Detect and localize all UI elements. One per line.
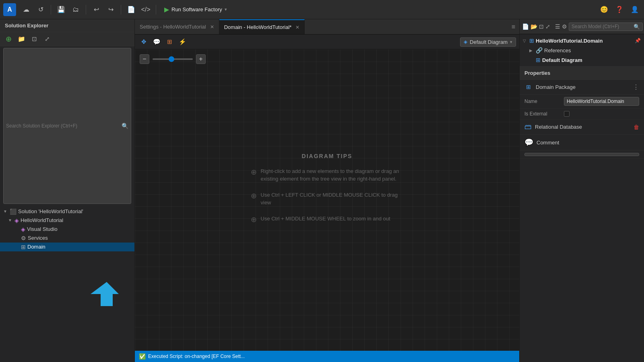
editor-area: Settings - HelloWorldTutorial ✕ Domain -… — [135, 19, 519, 362]
zoom-thumb[interactable] — [169, 56, 174, 62]
right-panel-icon5[interactable]: ☰ — [555, 21, 560, 32]
publish-btn[interactable]: 📄 — [125, 4, 137, 16]
right-panel-icon2[interactable]: 📂 — [530, 21, 537, 32]
domain-root-icon: ⊞ — [529, 37, 534, 44]
code-btn[interactable]: </> — [140, 4, 152, 16]
diagram-icon: ◈ — [464, 39, 467, 45]
is-external-checkbox[interactable] — [564, 111, 570, 117]
domain-package-section: ⊞ Domain Package ⋮ — [520, 80, 644, 95]
relational-database-delete-btn[interactable]: 🗑 — [634, 124, 639, 130]
nav-back-btn[interactable]: ☁ — [20, 4, 32, 16]
expand-all-btn[interactable]: ⊡ — [29, 34, 39, 44]
tree-item-domain[interactable]: ⊞ Domain — [0, 243, 134, 251]
prop-row-extra — [520, 150, 644, 159]
tab-settings[interactable]: Settings - HelloWorldTutorial ✕ — [135, 19, 219, 34]
app-logo[interactable]: A — [3, 3, 16, 16]
save-btn[interactable]: 💾 — [55, 4, 67, 16]
help-btn[interactable]: ❓ — [613, 4, 625, 16]
play-icon: ▶ — [164, 6, 169, 13]
tree-item-visual-studio[interactable]: ◈ Visual Studio — [0, 225, 134, 234]
tree-item-services[interactable]: ⚙ Services — [0, 234, 134, 243]
solution-explorer-search[interactable]: 🔍 — [3, 48, 131, 204]
zoom-out-btn[interactable]: − — [140, 54, 149, 64]
undo-btn[interactable]: ↩ — [90, 4, 102, 16]
name-field-value[interactable]: HelloWorldTutorial.Domain — [564, 97, 639, 106]
tree-item-project[interactable]: ▼ ◈ HelloWorldTutorial — [0, 216, 134, 225]
diagram-selector[interactable]: ◈ Default Diagram ▾ — [460, 37, 516, 47]
domain-label: Domain — [27, 244, 45, 250]
tabs-bar: Settings - HelloWorldTutorial ✕ Domain -… — [135, 19, 519, 35]
model-tree-default-diagram[interactable]: ⊞ Default Diagram — [520, 55, 644, 65]
diagram-tips-title: DIAGRAM TIPS — [251, 152, 404, 159]
tab-domain-label: Domain - HelloWorldTutorial* — [224, 24, 292, 30]
tip-text-3: Use Ctrl + MIDDLE MOUSE WHEEL to zoom in… — [261, 214, 390, 222]
toolbar-separator-2 — [86, 5, 86, 14]
blue-arrow-annotation — [78, 278, 119, 311]
status-bar: ✅ Executed Script: on-changed [EF Core S… — [135, 351, 519, 362]
zoom-slider[interactable] — [153, 58, 193, 60]
tip-text-2: Use Ctrl + LEFT CLICK or MIDDLE MOUSE CL… — [261, 191, 404, 206]
visual-studio-label: Visual Studio — [27, 226, 58, 232]
properties-panel: Properties ⊞ Domain Package ⋮ Name Hello… — [520, 67, 644, 362]
tip-icon-2: ⊕ — [251, 191, 257, 200]
tab-settings-close[interactable]: ✕ — [210, 24, 214, 30]
emoji-btn[interactable]: 😊 — [598, 4, 610, 16]
solution-tree: ▼ ⬛ Solution 'HelloWorldTutorial' ▼ ◈ He… — [0, 206, 134, 362]
zoom-controls: − + — [140, 54, 206, 64]
relational-database-label: Relational Database — [535, 124, 630, 130]
right-panel-icon4[interactable]: ⤢ — [545, 21, 550, 32]
solution-explorer-panel: Solution Explorer ⊕ 📁 ⊡ ⤢ 🔍 ▼ ⬛ Solution… — [0, 19, 135, 362]
is-external-label: Is External — [524, 111, 561, 117]
tab-settings-label: Settings - HelloWorldTutorial — [140, 24, 206, 30]
name-field-label: Name — [524, 99, 561, 104]
redo-btn[interactable]: ↪ — [105, 4, 117, 16]
run-dropdown-arrow[interactable]: ▾ — [225, 7, 227, 12]
zoom-in-btn[interactable]: + — [196, 54, 206, 64]
cursor-tool-btn[interactable]: ✥ — [138, 36, 149, 47]
diagram-selector-label: Default Diagram — [470, 39, 508, 45]
tip-item-2: ⊕ Use Ctrl + LEFT CLICK or MIDDLE MOUSE … — [251, 191, 404, 206]
extra-input[interactable] — [524, 153, 639, 156]
prop-row-name: Name HelloWorldTutorial.Domain — [520, 95, 644, 109]
model-tree-references[interactable]: ▶ 🔗 References — [520, 45, 644, 55]
tree-item-solution[interactable]: ▼ ⬛ Solution 'HelloWorldTutorial' — [0, 207, 134, 216]
bolt-tool-btn[interactable]: ⚡ — [177, 36, 188, 47]
right-panel-toolbar: 📄 📂 ⊡ ⤢ ☰ ⚙ 🔍 — [520, 19, 644, 34]
canvas-grid: − + DIAGRAM TIPS ⊕ Right-click to add a … — [135, 49, 519, 351]
add-item-btn[interactable]: ⊕ — [3, 34, 14, 44]
domain-root-label: HelloWorldTutorial.Domain — [536, 38, 603, 44]
comment-tool-btn[interactable]: 💬 — [151, 36, 162, 47]
model-tree-domain-root[interactable]: ▽ ⊞ HelloWorldTutorial.Domain 📌 — [520, 36, 644, 45]
domain-root-chevron: ▽ — [523, 39, 528, 43]
svg-marker-0 — [91, 282, 119, 306]
save-all-btn[interactable]: 🗂 — [70, 4, 82, 16]
tabs-spacer — [305, 19, 507, 34]
right-panel-icon3[interactable]: ⊡ — [539, 21, 544, 32]
properties-header: Properties — [520, 67, 644, 80]
chevron-icon: ▼ — [8, 218, 13, 222]
account-btn[interactable]: 👤 — [629, 4, 641, 16]
diagram-tips: DIAGRAM TIPS ⊕ Right-click to add a new … — [251, 152, 404, 232]
open-folder-btn[interactable]: 📁 — [16, 34, 27, 44]
domain-package-menu[interactable]: ⋮ — [633, 83, 639, 91]
grid-tool-btn[interactable]: ⊞ — [164, 36, 175, 47]
canvas-area[interactable]: − + DIAGRAM TIPS ⊕ Right-click to add a … — [135, 49, 519, 351]
chevron-icon: ▼ — [3, 209, 8, 214]
search-input[interactable] — [6, 123, 122, 129]
right-panel: 📄 📂 ⊡ ⤢ ☰ ⚙ 🔍 ▽ ⊞ HelloWorldTutorial.Dom… — [519, 19, 644, 362]
right-panel-icon1[interactable]: 📄 — [522, 21, 529, 32]
tab-domain[interactable]: Domain - HelloWorldTutorial* ✕ — [219, 19, 305, 34]
collapse-btn[interactable]: ⤢ — [42, 34, 52, 44]
tip-icon-3: ⊕ — [251, 215, 257, 224]
right-panel-icon6[interactable]: ⚙ — [562, 21, 567, 32]
nav-forward-btn[interactable]: ↺ — [35, 4, 47, 16]
run-software-factory-btn[interactable]: ▶ Run Software Factory ▾ — [160, 4, 231, 15]
references-chevron: ▶ — [529, 48, 534, 53]
tab-domain-close[interactable]: ✕ — [295, 25, 299, 30]
right-search-box[interactable]: 🔍 — [569, 23, 643, 31]
prop-row-is-external: Is External — [520, 109, 644, 119]
right-search-input[interactable] — [572, 24, 632, 29]
status-icon: ✅ — [139, 353, 146, 360]
run-btn-label: Run Software Factory — [171, 6, 222, 12]
tabs-overflow-btn[interactable]: ≡ — [508, 19, 519, 34]
